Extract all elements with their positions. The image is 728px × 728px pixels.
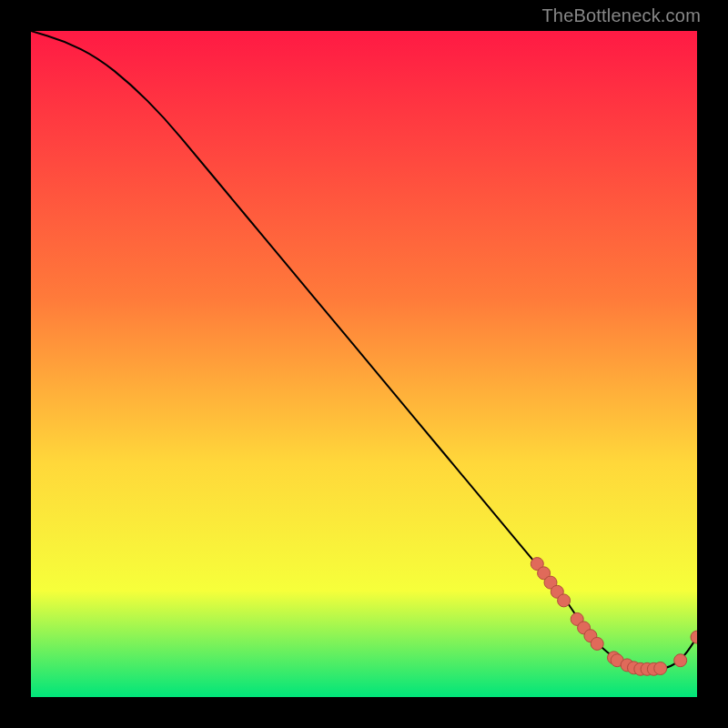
data-marker: [674, 654, 687, 667]
watermark-text: TheBottleneck.com: [541, 5, 701, 26]
chart-stage: TheBottleneck.com: [0, 0, 728, 728]
plot-area: [31, 31, 697, 697]
data-marker: [654, 662, 667, 675]
data-marker: [591, 637, 603, 650]
data-marker: [558, 594, 571, 607]
plot-svg: [31, 31, 697, 697]
gradient-background: [31, 31, 697, 697]
